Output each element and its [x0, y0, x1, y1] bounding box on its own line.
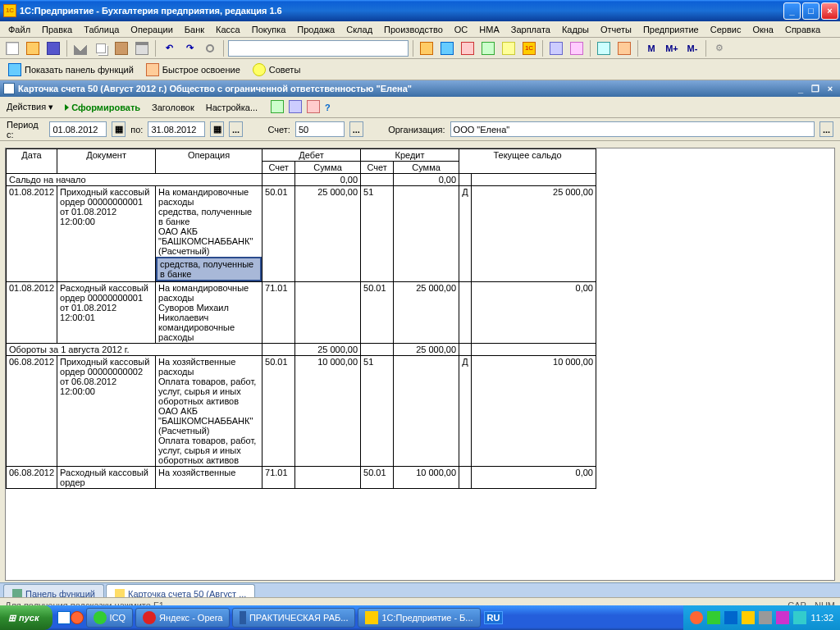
actions-bar: Действия ▾ Сформировать Заголовок Настро… [0, 97, 840, 118]
open-button[interactable] [24, 39, 42, 57]
account-input[interactable] [295, 121, 345, 137]
account-select-button[interactable]: ... [349, 121, 363, 137]
tb-icon-1[interactable] [418, 39, 436, 57]
turnover-row[interactable]: Обороты за 1 августа 2012 г. 25 000,00 2… [7, 344, 596, 356]
act-icon-2[interactable] [289, 100, 302, 115]
period-to-calendar-icon[interactable]: ▦ [210, 121, 224, 137]
menu-service[interactable]: Сервис [705, 23, 746, 36]
doc-minimize-button[interactable]: _ [794, 83, 807, 94]
period-from-input[interactable] [49, 121, 107, 137]
selected-cell[interactable]: средства, полученные в банке [156, 257, 262, 281]
fast-learn-button[interactable]: Быстрое освоение [141, 61, 245, 79]
period-from-calendar-icon[interactable]: ▦ [112, 121, 126, 137]
tray-icon[interactable] [742, 611, 755, 624]
menu-nma[interactable]: НМА [474, 23, 504, 36]
tray-icon[interactable] [724, 611, 737, 624]
quicklaunch-icon[interactable] [71, 611, 84, 624]
ledger-scroll[interactable]: Дата Документ Операция Дебет Кредит Теку… [5, 148, 835, 581]
menu-salary[interactable]: Зарплата [506, 23, 555, 36]
generate-button[interactable]: Сформировать [62, 101, 144, 114]
params-bar: Период с: ▦ по: ▦ ... Счет: ... Организа… [0, 118, 840, 141]
menu-bank[interactable]: Банк [180, 23, 209, 36]
taskbar-item-word[interactable]: ПРАКТИЧЕСКАЯ РАБ... [232, 608, 355, 628]
tb-icon-1c[interactable]: 1C [520, 39, 538, 57]
menu-table[interactable]: Таблица [79, 23, 124, 36]
taskbar-item-opera[interactable]: Яндекс - Opera [135, 608, 230, 628]
tray-icon[interactable] [776, 611, 789, 624]
act-help-button[interactable]: ? [325, 103, 331, 112]
taskbar-item-1c[interactable]: 1С:Предприятие - Б... [358, 608, 480, 628]
undo-button[interactable]: ↶ [160, 39, 178, 57]
org-select-button[interactable]: ... [819, 121, 833, 137]
tools-button[interactable]: ⚙ [710, 39, 728, 57]
find-button[interactable] [201, 39, 219, 57]
save-button[interactable] [44, 39, 62, 57]
tb-icon-6[interactable] [547, 39, 565, 57]
tray-icon[interactable] [690, 611, 703, 624]
act-icon-1[interactable] [271, 100, 284, 115]
quicklaunch-icon[interactable] [57, 611, 71, 624]
menu-edit[interactable]: Правка [37, 23, 77, 36]
redo-button[interactable]: ↷ [180, 39, 199, 57]
person-icon [146, 63, 159, 76]
menu-reports[interactable]: Отчеты [596, 23, 637, 36]
show-panel-button[interactable]: Показать панель функций [3, 61, 139, 79]
new-button[interactable] [3, 39, 21, 57]
table-row[interactable]: 06.08.2012 Расходный кассовый ордер На х… [7, 467, 596, 489]
maximize-button[interactable]: □ [802, 2, 819, 20]
copy-button[interactable] [92, 39, 110, 57]
search-combo[interactable] [228, 40, 409, 57]
tb-icon-3[interactable] [459, 39, 477, 57]
clock[interactable]: 11:32 [810, 613, 833, 623]
settings-button[interactable]: Настройка... [203, 101, 261, 114]
tray-icon[interactable] [759, 611, 772, 624]
minimize-button[interactable]: _ [783, 2, 801, 20]
cut-button[interactable] [71, 39, 89, 57]
start-button[interactable]: ⊞ пуск [0, 605, 52, 630]
language-indicator[interactable]: RU [484, 611, 504, 624]
tb-icon-7[interactable] [568, 39, 586, 57]
actions-menu[interactable]: Действия ▾ [3, 100, 57, 114]
menu-os[interactable]: ОС [450, 23, 473, 36]
menu-warehouse[interactable]: Склад [341, 23, 377, 36]
menu-help[interactable]: Справка [780, 23, 825, 36]
period-select-button[interactable]: ... [229, 121, 243, 137]
col-debit: Дебет [262, 149, 361, 162]
tips-button[interactable]: Советы [248, 61, 305, 79]
doc-restore-button[interactable]: ❐ [809, 83, 822, 94]
tb-icon-4[interactable] [479, 39, 497, 57]
close-button[interactable]: × [821, 2, 838, 20]
tb-icon-2[interactable] [438, 39, 456, 57]
menu-sale[interactable]: Продажа [292, 23, 340, 36]
table-row[interactable]: 06.08.2012 Приходный кассовый ордер 0000… [7, 356, 596, 467]
taskbar-item-icq[interactable]: ICQ [86, 608, 134, 628]
doc-close-button[interactable]: × [824, 83, 837, 94]
m-minus-button[interactable]: M- [683, 39, 701, 57]
menu-enterprise[interactable]: Предприятие [638, 23, 704, 36]
menu-staff[interactable]: Кадры [557, 23, 594, 36]
menu-file[interactable]: Файл [3, 23, 35, 36]
m-button[interactable]: M [642, 39, 660, 57]
menu-production[interactable]: Производство [379, 23, 448, 36]
col-debit-sum: Сумма [295, 162, 361, 174]
tb-icon-8[interactable] [595, 39, 613, 57]
period-to-input[interactable] [148, 121, 205, 137]
tray-icon[interactable] [707, 611, 720, 624]
menu-purchase[interactable]: Покупка [247, 23, 291, 36]
menu-operations[interactable]: Операции [126, 23, 177, 36]
print-button[interactable] [133, 39, 151, 57]
start-balance-row[interactable]: Сальдо на начало 0,00 0,00 [7, 174, 596, 186]
tray-icon[interactable] [793, 611, 806, 624]
table-row[interactable]: 01.08.2012 Расходный кассовый ордер 0000… [7, 282, 596, 344]
table-row[interactable]: 01.08.2012 Приходный кассовый ордер 0000… [7, 186, 596, 282]
menu-windows[interactable]: Окна [747, 23, 778, 36]
tb-icon-5[interactable] [500, 39, 518, 57]
paste-button[interactable] [112, 39, 130, 57]
m-plus-button[interactable]: M+ [663, 39, 681, 57]
org-input[interactable] [450, 121, 815, 137]
act-icon-3[interactable] [307, 100, 320, 115]
menu-cash[interactable]: Касса [211, 23, 245, 36]
tb-icon-9[interactable] [615, 39, 633, 57]
col-op: Операция [156, 149, 262, 174]
header-button[interactable]: Заголовок [148, 101, 198, 114]
